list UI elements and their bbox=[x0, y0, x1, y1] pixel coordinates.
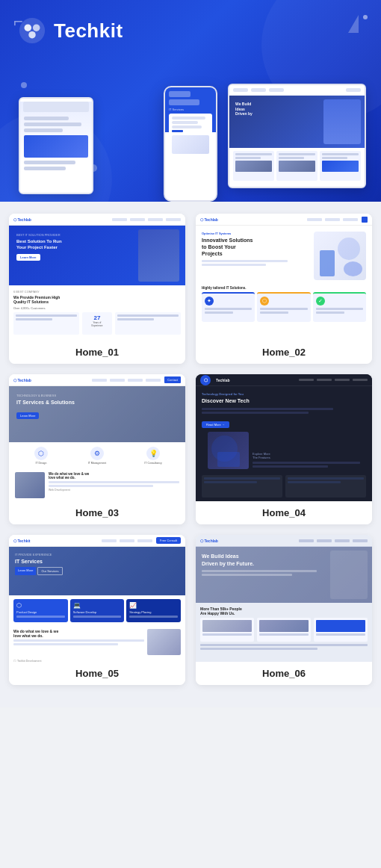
grid-row-1: ⬡ Techlab BEST IT SOLUTION PROVIDER Best… bbox=[9, 214, 372, 364]
preview-home01: ⬡ Techlab BEST IT SOLUTION PROVIDER Best… bbox=[9, 214, 185, 341]
home03-caption: Home_03 bbox=[9, 501, 185, 524]
preview-home02: ⬡ Techlab Optimise IT Systems Innovative… bbox=[196, 214, 372, 341]
home05-caption: Home_05 bbox=[9, 662, 185, 685]
svg-point-0 bbox=[19, 18, 45, 43]
grid-item-home01[interactable]: ⬡ Techlab BEST IT SOLUTION PROVIDER Best… bbox=[9, 214, 185, 364]
deco-dot-bl bbox=[90, 164, 97, 172]
grid-item-home04[interactable]: ⬡ Techlab Technology Designed for You Di… bbox=[196, 374, 372, 524]
home02-caption: Home_02 bbox=[196, 341, 372, 364]
grid-item-home05[interactable]: ⬡ Techkit Free Consult IT PROVIDE EXPERI… bbox=[9, 535, 185, 685]
logo-area: Techkit bbox=[18, 16, 123, 45]
preview-home05: ⬡ Techkit Free Consult IT PROVIDE EXPERI… bbox=[9, 535, 185, 662]
home04-caption: Home_04 bbox=[196, 501, 372, 524]
header-banner: ⌐ Techkit bbox=[0, 0, 381, 202]
deco-dot-tr bbox=[363, 15, 368, 19]
preview-home06: ⬡ Techlab We Build IdeasDriven by the Fu… bbox=[196, 535, 372, 662]
tablet-mockup bbox=[19, 97, 93, 194]
deco-triangle-icon bbox=[348, 15, 359, 33]
phone-mockup: IT Services bbox=[164, 86, 217, 202]
grid-section: ⬡ Techlab BEST IT SOLUTION PROVIDER Best… bbox=[0, 202, 381, 707]
desktop-mockup: We BuildIdeasDriven by bbox=[228, 84, 366, 188]
grid-item-home03[interactable]: ⬡ Techlab Contact TECHNOLOGY & BUSINESS … bbox=[9, 374, 185, 524]
home01-caption: Home_01 bbox=[9, 341, 185, 364]
grid-item-home06[interactable]: ⬡ Techlab We Build IdeasDriven by the Fu… bbox=[196, 535, 372, 685]
preview-home04: ⬡ Techlab Technology Designed for You Di… bbox=[196, 374, 372, 501]
grid-item-home02[interactable]: ⬡ Techlab Optimise IT Systems Innovative… bbox=[196, 214, 372, 364]
grid-row-2: ⬡ Techlab Contact TECHNOLOGY & BUSINESS … bbox=[9, 374, 372, 524]
logo-text: Techkit bbox=[54, 19, 123, 43]
svg-point-3 bbox=[28, 31, 36, 39]
svg-point-1 bbox=[25, 24, 32, 31]
brand-icon bbox=[18, 16, 46, 45]
devices-area: IT Services We B bbox=[11, 52, 370, 202]
grid-row-3: ⬡ Techkit Free Consult IT PROVIDE EXPERI… bbox=[9, 535, 372, 685]
preview-home03: ⬡ Techlab Contact TECHNOLOGY & BUSINESS … bbox=[9, 374, 185, 501]
home06-caption: Home_06 bbox=[196, 662, 372, 685]
svg-point-2 bbox=[33, 24, 40, 31]
